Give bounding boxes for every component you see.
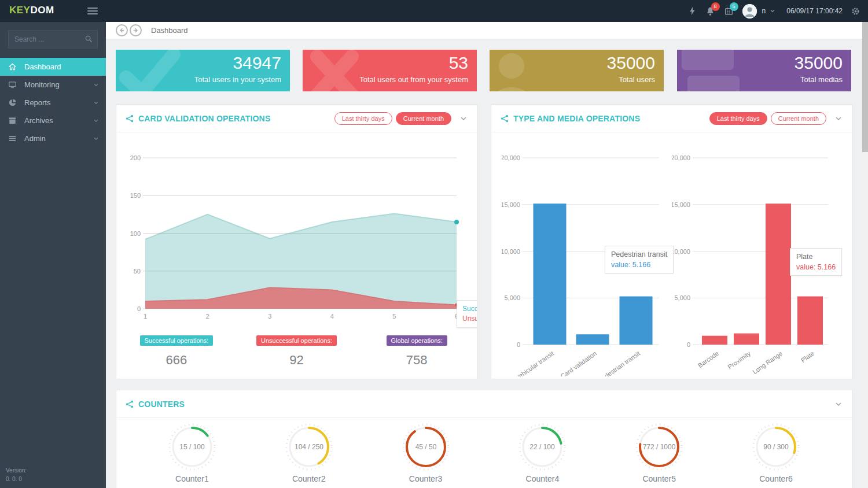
stat-label: Total medias: [800, 75, 843, 84]
stat-card-users-out: 53 Total users out from your system: [303, 50, 477, 91]
last-thirty-days-button[interactable]: Last thirty days: [709, 112, 767, 125]
current-month-button[interactable]: Current month: [771, 112, 826, 125]
svg-text:22 / 100: 22 / 100: [530, 443, 556, 451]
sidebar-item-label: Admin: [24, 134, 46, 143]
svg-text:45 / 50: 45 / 50: [415, 443, 436, 451]
search-icon[interactable]: [84, 35, 93, 46]
page-title: Dashboard: [151, 26, 188, 35]
list-icon: [8, 134, 17, 143]
last-thirty-days-button[interactable]: Last thirty days: [334, 112, 392, 125]
forward-button[interactable]: [130, 24, 142, 36]
svg-text:15 / 100: 15 / 100: [179, 443, 205, 451]
unsuccessful-operations-badge: Unsuccessful operations:: [256, 335, 337, 346]
counter-label: Counter2: [292, 474, 326, 483]
counter-gauge: 90 / 300 Counter6: [718, 423, 834, 483]
svg-text:50: 50: [134, 268, 141, 275]
current-month-button[interactable]: Current month: [396, 112, 451, 125]
counter-gauge: 15 / 100 Counter1: [134, 423, 251, 483]
sidebar: Dashboard Monitoring Reports: [0, 22, 106, 488]
stat-value: 35000: [795, 53, 843, 73]
svg-text:1: 1: [144, 313, 147, 320]
counter-label: Counter1: [175, 474, 209, 483]
svg-text:15,000: 15,000: [502, 201, 520, 208]
flash-icon[interactable]: [688, 6, 697, 16]
stat-card-total-medias: 35000 Total medias: [677, 50, 851, 91]
user-name[interactable]: n: [762, 7, 766, 15]
counter-label: Counter6: [759, 474, 793, 483]
svg-text:Pedestrian transit: Pedestrian transit: [597, 350, 641, 376]
sidebar-item-admin[interactable]: Admin: [0, 130, 106, 147]
gauges-row: 15 / 100 Counter1 104 / 250 Counter2 45 …: [134, 423, 834, 483]
panel-title-card-validation: CARD VALIDATION OPERATIONS: [126, 114, 270, 123]
unsuccessful-operations-value: 92: [237, 353, 357, 368]
svg-text:4: 4: [330, 313, 334, 320]
back-button[interactable]: [116, 24, 128, 36]
settings-gear-icon[interactable]: [851, 7, 860, 16]
gauge-ring: 22 / 100: [518, 423, 567, 471]
global-operations-value: 758: [356, 353, 477, 368]
counter-gauge: 45 / 50 Counter3: [367, 423, 484, 483]
check-icon: [116, 50, 191, 91]
stat-card-users-in: 34947 Total users in your system: [116, 50, 290, 91]
svg-text:3: 3: [268, 313, 271, 320]
share-icon: [501, 114, 509, 123]
notifications-bell-icon[interactable]: 8: [705, 6, 715, 16]
counter-label: Counter5: [642, 474, 676, 483]
stat-label: Total users: [619, 75, 655, 84]
version-info: Version: 0. 0. 0: [6, 467, 27, 483]
stat-label: Total users in your system: [194, 75, 281, 84]
operations-summary: Successful operations: 666 Unsuccessful …: [116, 335, 477, 368]
sidebar-item-label: Archives: [24, 116, 53, 125]
scrollbar-thumb[interactable]: [862, 22, 868, 152]
svg-text:200: 200: [130, 154, 141, 161]
breadcrumb: Dashboard: [106, 22, 868, 39]
archive-icon: [8, 116, 17, 125]
vertical-scrollbar[interactable]: [862, 22, 868, 488]
gauge-ring: 772 / 1000: [635, 423, 683, 471]
sidebar-item-archives[interactable]: Archives: [0, 112, 106, 130]
svg-text:150: 150: [130, 192, 141, 199]
sidebar-toggle-icon[interactable]: [87, 8, 98, 16]
svg-text:20,000: 20,000: [672, 154, 690, 161]
svg-text:20,000: 20,000: [502, 154, 520, 161]
collapse-chevron-icon[interactable]: [834, 400, 843, 408]
sidebar-item-reports[interactable]: Reports: [0, 94, 106, 112]
panel-title-type-media: TYPE AND MEDIA OPERATIONS: [501, 114, 640, 123]
stat-value: 34947: [233, 53, 281, 73]
logo-dom: DOM: [30, 5, 54, 16]
svg-text:2: 2: [206, 313, 209, 320]
chevron-down-icon: [93, 100, 99, 106]
svg-text:10,000: 10,000: [672, 248, 690, 255]
bar-chart-tooltip: Plate value: 5.166: [790, 248, 842, 276]
user-menu-chevron-icon[interactable]: [770, 8, 775, 14]
global-operations-badge: Global operations:: [387, 335, 447, 346]
keydom-dashboard: KEYDOM 8 5 n 06/09/17 17:00:42: [0, 0, 868, 488]
stat-value: 53: [449, 53, 468, 73]
calendar-icon[interactable]: 5: [724, 6, 734, 16]
stat-label: Total users out from your system: [359, 75, 468, 84]
svg-text:Proximity: Proximity: [726, 350, 752, 371]
counter-label: Counter3: [409, 474, 443, 483]
sidebar-item-label: Dashboard: [24, 62, 61, 71]
svg-text:10,000: 10,000: [502, 248, 520, 255]
svg-text:5,000: 5,000: [504, 294, 520, 301]
datetime-display: 06/09/17 17:00:42: [786, 7, 843, 15]
card-validation-panel: CARD VALIDATION OPERATIONS Last thirty d…: [116, 104, 477, 379]
counter-gauge: 104 / 250 Counter2: [251, 423, 367, 483]
sidebar-nav: Dashboard Monitoring Reports: [0, 58, 106, 147]
sidebar-item-dashboard[interactable]: Dashboard: [0, 58, 106, 76]
x-icon: [303, 50, 378, 91]
version-label: Version:: [6, 467, 27, 475]
topbar-actions: 8 5 n 06/09/17 17:00:42: [688, 0, 860, 22]
area-chart[interactable]: 050100150200123456: [128, 134, 475, 324]
gauge-ring: 90 / 300: [752, 423, 800, 471]
avatar[interactable]: [742, 4, 757, 19]
sidebar-item-monitoring[interactable]: Monitoring: [0, 76, 106, 94]
gauge-ring: 45 / 50: [402, 423, 450, 471]
monitor-icon: [8, 80, 17, 90]
collapse-chevron-icon[interactable]: [834, 114, 843, 123]
collapse-chevron-icon[interactable]: [459, 114, 468, 123]
counter-label: Counter4: [526, 474, 560, 483]
svg-text:5: 5: [392, 313, 396, 320]
sidebar-item-label: Monitoring: [24, 80, 60, 89]
